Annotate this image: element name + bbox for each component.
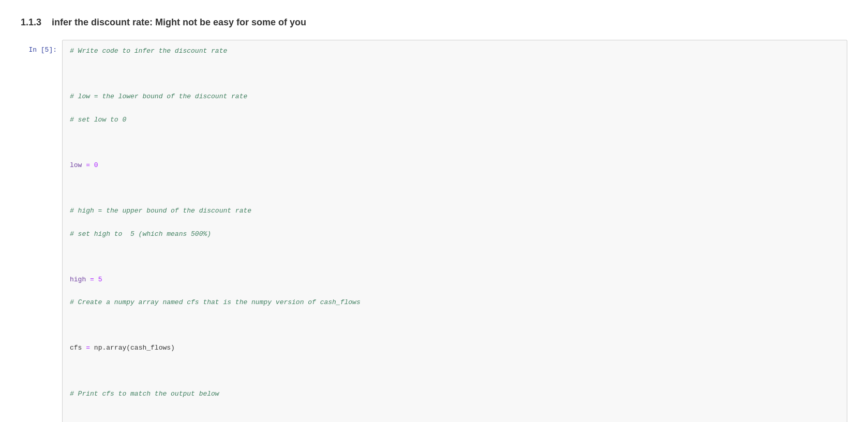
code-line: cfs = np.array(cash_flows) [70, 342, 840, 354]
code-blank [70, 366, 840, 377]
code-comment: # Print cfs to match the output below [70, 388, 840, 400]
code-blank [70, 137, 840, 148]
code-comment: # low = the lower bound of the discount … [70, 91, 840, 102]
cell-label-5: In [5]: [21, 40, 62, 55]
code-blank [70, 68, 840, 80]
code-line: low = 0 [70, 160, 840, 171]
code-line: high = 5 [70, 274, 840, 285]
code-blank [70, 411, 840, 422]
section-heading: 1.1.3 infer the discount rate: Might not… [21, 16, 847, 29]
code-comment: # high = the upper bound of the discount… [70, 205, 840, 217]
code-blank [70, 183, 840, 194]
code-blank [70, 251, 840, 263]
heading-title: infer the discount rate: Might not be ea… [52, 17, 306, 27]
code-blank [70, 320, 840, 331]
notebook-cell-5: In [5]: # Write code to infer the discou… [21, 40, 847, 422]
code-comment: # set low to 0 [70, 114, 840, 126]
code-comment: # set high to 5 (which means 500%) [70, 229, 840, 240]
heading-number: 1.1.3 [21, 17, 41, 27]
code-comment: # Write code to infer the discount rate [70, 46, 840, 57]
cell-content-5[interactable]: # Write code to infer the discount rate … [62, 40, 847, 422]
code-comment: # Create a numpy array named cfs that is… [70, 297, 840, 308]
